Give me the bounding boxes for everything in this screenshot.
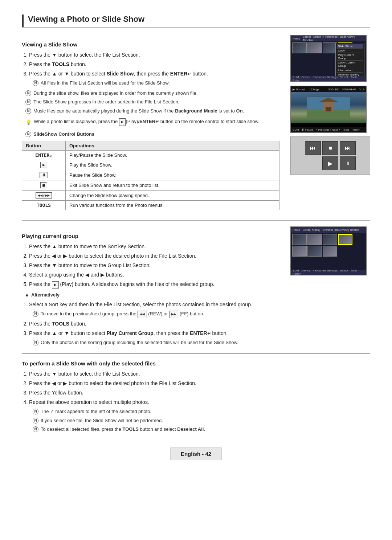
- control-buttons-section: N SlideShow Control Buttons Button Opera…: [22, 131, 279, 210]
- section2-alt-list: Select a Sort key and then in the File L…: [29, 301, 279, 346]
- header-play-icon: ▶: [293, 88, 295, 91]
- remote-control-panel: ⏮ ■ ⏭ ▶ ⏸: [290, 136, 370, 175]
- bullet-icon: ●: [25, 291, 29, 299]
- section1-header: Viewing a Slide Show: [22, 41, 279, 48]
- note-text: Only the photos in the sorting group inc…: [41, 339, 238, 346]
- note-icon: 💡: [25, 119, 32, 126]
- note-icon: N: [33, 340, 38, 345]
- photoview-image: [291, 92, 366, 123]
- section-divider-2: [22, 353, 370, 354]
- header-label: Photo: [293, 228, 300, 232]
- footer-controls: SUM ⏸ Pause ◀ Previous / Next ▶ Tools Re…: [293, 128, 360, 131]
- header-filename: 1234.jpg: [309, 88, 320, 91]
- control-table: Button Operations ENTER↵ Play/Pause the …: [22, 141, 279, 210]
- thumb-item: [292, 234, 307, 245]
- note-icon: N: [25, 99, 31, 105]
- note-text: The Slide Show progresses in the order s…: [33, 98, 180, 106]
- table-cell-operation: Change the SlideShow playing speed.: [66, 190, 279, 200]
- note-item: 💡 While a photo list is displayed, press…: [25, 118, 279, 126]
- control-buttons-header: SlideShow Control Buttons: [33, 131, 94, 138]
- table-cell-operation: Play/Pause the Slide Show.: [66, 150, 279, 160]
- status-text: SUM Device Favourites Settings Select To…: [293, 269, 364, 275]
- section-divider: [22, 220, 370, 221]
- note-item: N Only the photos in the sorting group i…: [33, 339, 279, 346]
- section2-header: Playing current group: [22, 233, 279, 239]
- thumb-item-selected: [338, 234, 352, 245]
- note-text: The ✓ mark appears to the left of the se…: [41, 408, 151, 415]
- note-icon: N: [33, 409, 38, 414]
- note-icon: N: [33, 426, 38, 432]
- list-item: Repeat the above operation to select mul…: [29, 398, 370, 433]
- alt-bullet: ● Alternatively: [25, 291, 279, 299]
- menu-item-slideshow: Slide Show: [337, 44, 363, 49]
- list-item: Press the TOOLS button.: [29, 320, 279, 328]
- list-item: Press the ▲ button to move to the Sort k…: [29, 243, 279, 250]
- screenshot-filebrowser: Photo Select | Action | Preference | Bac…: [290, 35, 367, 82]
- context-menu: Slide Show Copy Play Current Group Copy …: [335, 43, 364, 78]
- table-header-button: Button: [22, 141, 66, 150]
- list-item: Press the TOOLS button.: [29, 61, 279, 68]
- header-tabs: Select | Action | Preference | Basic Vie…: [303, 229, 359, 231]
- remote-ff-button[interactable]: ⏭: [340, 141, 356, 155]
- menu-item-copy: Copy: [337, 49, 363, 53]
- group-thumbs: [291, 233, 366, 258]
- table-cell-button: ▶: [22, 160, 66, 170]
- control-header-note: N SlideShow Control Buttons: [25, 131, 279, 138]
- toolbar-label: Photo: [293, 37, 300, 40]
- note-item: N During the slide show, files are displ…: [25, 90, 279, 97]
- remote-stop-button[interactable]: ■: [322, 141, 338, 155]
- note-icon: N: [25, 131, 31, 137]
- table-cell-operation: Pause the Slide Show.: [66, 170, 279, 180]
- list-item: Press the ◀ or ▶ button to select the de…: [29, 380, 370, 387]
- list-item: Press the ▲ or ▼ button to select Slide …: [29, 70, 279, 87]
- note-item: N The Slide Show progresses in the order…: [25, 98, 279, 106]
- svg-rect-4: [326, 107, 331, 111]
- menu-item-play-group: Play Current Group: [337, 53, 363, 61]
- remote-rew-button[interactable]: ⏮: [305, 141, 321, 155]
- table-cell-button: ENTER↵: [22, 150, 66, 160]
- note-text: While a photo list is displayed, press t…: [34, 118, 260, 126]
- remote-pause-button[interactable]: ⏸: [340, 156, 356, 170]
- list-item: Press the ▼ button to select the File Li…: [29, 51, 279, 59]
- thumb-item: [307, 246, 322, 257]
- remote-empty: [305, 156, 321, 170]
- note-text: Music files can be automatically played …: [33, 107, 244, 115]
- table-header-operations: Operations: [66, 141, 279, 150]
- photoview-header: ▶ Normal 1234.jpg 560x360 2009/01/02 5/1…: [291, 86, 366, 92]
- remote-play-button[interactable]: ▶: [322, 156, 338, 170]
- remote-grid: ⏮ ■ ⏭ ▶ ⏸: [305, 141, 356, 170]
- thumb-item: [307, 42, 322, 53]
- table-cell-button: ◀◀/▶▶: [22, 190, 66, 200]
- photo-svg: [307, 97, 350, 119]
- section2-left-col: Playing current group Press the ▲ button…: [22, 226, 279, 349]
- thumb-item: [307, 234, 322, 245]
- note-icon: N: [25, 90, 31, 96]
- table-cell-operation: Exit Slide Show and return to the photo …: [66, 180, 279, 190]
- note-icon: N: [33, 311, 38, 317]
- note-icon: N: [25, 108, 31, 114]
- table-cell-operation: Run various functions from the Photo men…: [66, 200, 279, 210]
- footer-badge: English - 42: [170, 447, 222, 460]
- screenshot-statusbar: SUM Device Favourites Settings Select To…: [291, 76, 366, 81]
- note-text: If you select one file, the Slide Show w…: [41, 417, 163, 424]
- status-text: SUM Device Favourites Settings Select To…: [293, 75, 364, 82]
- groupbrowser-statusbar: SUM Device Favourites Settings Select To…: [291, 270, 366, 275]
- footer: English - 42: [22, 447, 370, 460]
- table-cell-button: ⏸: [22, 170, 66, 180]
- screenshot-group-browser: Photo Select | Action | Preference | Bas…: [290, 226, 367, 275]
- section3-header: To perform a Slide Show with only the se…: [22, 360, 370, 367]
- thumb-item: [292, 42, 307, 53]
- list-item: Press the ▶ (Play) button. A slideshow b…: [29, 281, 279, 289]
- section1-screenshots: Photo Select | Action | Preference | Bac…: [290, 35, 370, 175]
- list-item: Press the ◀ or ▶ button to select the de…: [29, 252, 279, 260]
- note-item: N Music files can be automatically playe…: [25, 107, 279, 115]
- table-row: ⏸ Pause the Slide Show.: [22, 170, 279, 180]
- section-playing-group: Playing current group Press the ▲ button…: [22, 226, 370, 349]
- table-cell-button: ■: [22, 180, 66, 190]
- screenshot-photoview: ▶ Normal 1234.jpg 560x360 2009/01/02 5/1…: [290, 86, 367, 133]
- note-text: All files in the File List Section will …: [41, 79, 170, 87]
- table-row: TOOLS Run various functions from the Pho…: [22, 200, 279, 210]
- table-cell-operation: Play the Slide Show.: [66, 160, 279, 170]
- note-text: To deselect all selected files, press th…: [41, 426, 205, 433]
- table-row: ◀◀/▶▶ Change the SlideShow playing speed…: [22, 190, 279, 200]
